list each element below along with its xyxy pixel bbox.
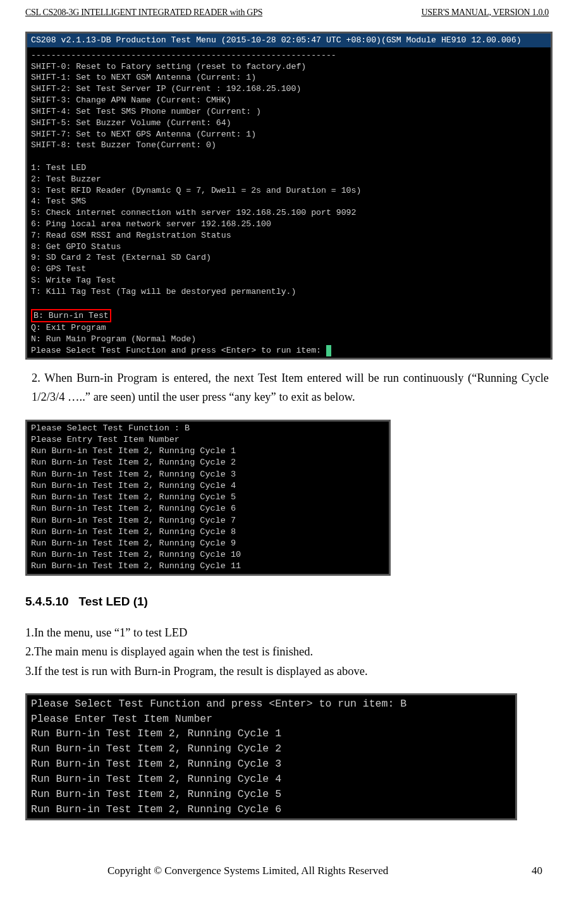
header-left: CSL CS208-3G INTELLIGENT INTEGRATED READ… [25, 8, 262, 18]
terminal-body-top: ----------------------------------------… [31, 51, 361, 296]
section-number: 5.4.5.10 [25, 595, 69, 608]
terminal-screenshot-2: Please Select Test Function : B Please E… [25, 420, 391, 576]
cursor-icon [326, 345, 331, 356]
document-page: CSL CS208-3G INTELLIGENT INTEGRATED READ… [0, 0, 574, 892]
terminal-prompt: Please Select Test Function and press <E… [31, 346, 326, 355]
list-item-1: 1.In the menu, use “1” to test LED [25, 624, 549, 642]
running-header: CSL CS208-3G INTELLIGENT INTEGRATED READ… [25, 8, 549, 19]
terminal-screenshot-3: Please Select Test Function and press <E… [25, 693, 517, 820]
page-footer: Copyright © Convergence Systems Limited,… [25, 865, 549, 877]
section-heading: 5.4.5.10 Test LED (1) [25, 595, 549, 609]
header-right: USER'S MANUAL, VERSION 1.0.0 [421, 8, 549, 18]
highlighted-menu-item: B: Burn-in Test [31, 309, 111, 323]
list-item-2: 2.The main menu is displayed again when … [25, 643, 549, 661]
terminal-titlebar: CS208 v2.1.13-DB Production Test Menu (2… [27, 33, 551, 47]
terminal-body-bottom: Q: Exit Program N: Run Main Program (Nor… [31, 323, 196, 344]
list-item-3: 3.If the test is run with Burn-in Progra… [25, 662, 549, 681]
section-title: Test LED (1) [79, 595, 148, 608]
footer-copyright: Copyright © Convergence Systems Limited,… [107, 865, 388, 877]
terminal-screenshot-1: CS208 v2.1.13-DB Production Test Menu (2… [25, 32, 553, 360]
paragraph-step-2: 2. When Burn-in Program is entered, the … [32, 368, 549, 407]
footer-page-number: 40 [532, 865, 542, 877]
